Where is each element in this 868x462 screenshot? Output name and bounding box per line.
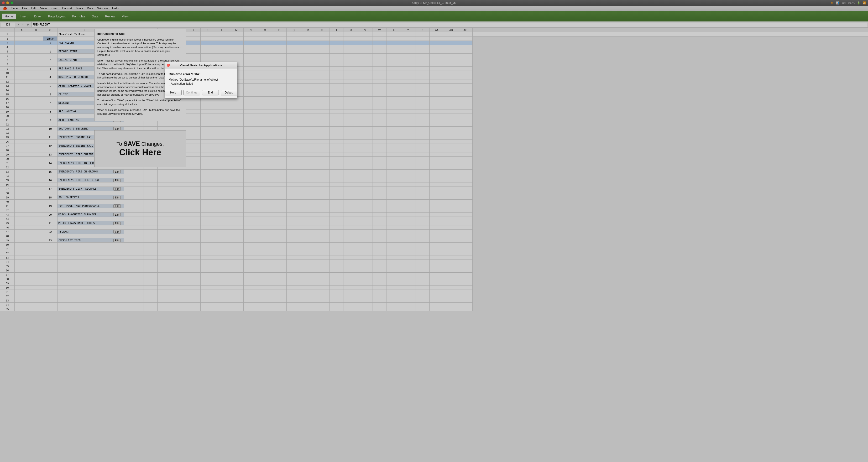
vba-continue-button[interactable]: Continue [184,90,200,95]
vba-error-message: Method 'GetSaveAsFilename' of object '_A… [169,78,234,86]
vba-overlay: Visual Basic for Applications Run-time e… [0,0,868,462]
vba-close-button[interactable] [167,64,170,67]
vba-error-title: Run-time error '1004': [169,72,234,76]
vba-titlebar: Visual Basic for Applications [165,62,237,68]
vba-dialog: Visual Basic for Applications Run-time e… [165,62,238,99]
vba-debug-button[interactable]: Debug [221,90,238,95]
vba-traffic-lights[interactable] [167,64,170,67]
vba-body: Run-time error '1004': Method 'GetSaveAs… [165,68,237,98]
vba-title: Visual Basic for Applications [180,63,222,67]
vba-end-button[interactable]: End [202,90,219,95]
vba-buttons: Help Continue End Debug [169,90,234,95]
vba-help-button[interactable]: Help [165,90,182,95]
